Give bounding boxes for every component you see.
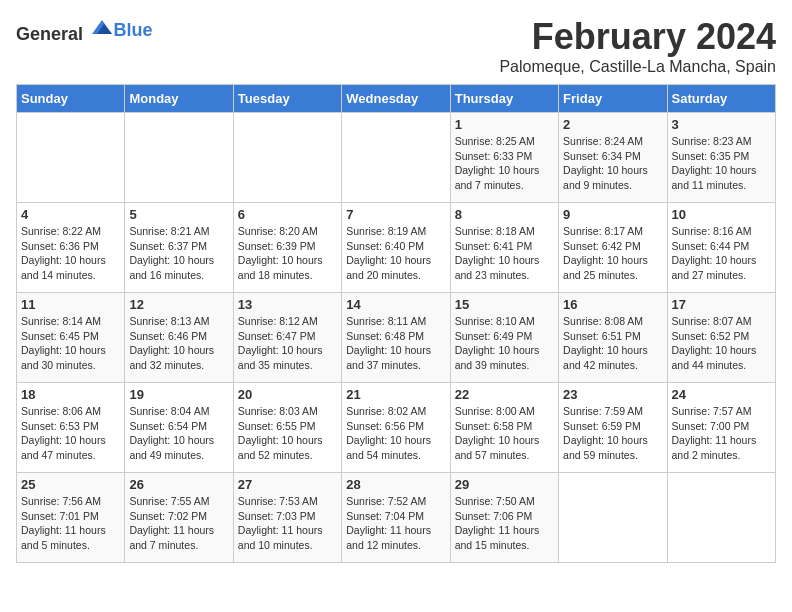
day-number: 22 [455, 387, 554, 402]
weekday-header-thursday: Thursday [450, 85, 558, 113]
week-row-1: 4Sunrise: 8:22 AM Sunset: 6:36 PM Daylig… [17, 203, 776, 293]
day-cell: 19Sunrise: 8:04 AM Sunset: 6:54 PM Dayli… [125, 383, 233, 473]
day-cell: 17Sunrise: 8:07 AM Sunset: 6:52 PM Dayli… [667, 293, 775, 383]
header: General Blue February 2024 Palomeque, Ca… [16, 16, 776, 76]
day-cell: 21Sunrise: 8:02 AM Sunset: 6:56 PM Dayli… [342, 383, 450, 473]
day-info: Sunrise: 8:02 AM Sunset: 6:56 PM Dayligh… [346, 404, 445, 463]
day-number: 21 [346, 387, 445, 402]
location-title: Palomeque, Castille-La Mancha, Spain [499, 58, 776, 76]
day-cell: 18Sunrise: 8:06 AM Sunset: 6:53 PM Dayli… [17, 383, 125, 473]
weekday-header-tuesday: Tuesday [233, 85, 341, 113]
day-info: Sunrise: 7:52 AM Sunset: 7:04 PM Dayligh… [346, 494, 445, 553]
day-cell: 9Sunrise: 8:17 AM Sunset: 6:42 PM Daylig… [559, 203, 667, 293]
day-info: Sunrise: 8:19 AM Sunset: 6:40 PM Dayligh… [346, 224, 445, 283]
day-info: Sunrise: 8:10 AM Sunset: 6:49 PM Dayligh… [455, 314, 554, 373]
day-cell: 4Sunrise: 8:22 AM Sunset: 6:36 PM Daylig… [17, 203, 125, 293]
day-cell: 29Sunrise: 7:50 AM Sunset: 7:06 PM Dayli… [450, 473, 558, 563]
weekday-header-saturday: Saturday [667, 85, 775, 113]
day-info: Sunrise: 7:57 AM Sunset: 7:00 PM Dayligh… [672, 404, 771, 463]
day-cell: 16Sunrise: 8:08 AM Sunset: 6:51 PM Dayli… [559, 293, 667, 383]
logo-icon [90, 16, 114, 40]
day-cell: 6Sunrise: 8:20 AM Sunset: 6:39 PM Daylig… [233, 203, 341, 293]
day-number: 18 [21, 387, 120, 402]
day-cell: 7Sunrise: 8:19 AM Sunset: 6:40 PM Daylig… [342, 203, 450, 293]
day-cell: 15Sunrise: 8:10 AM Sunset: 6:49 PM Dayli… [450, 293, 558, 383]
day-number: 5 [129, 207, 228, 222]
day-cell: 12Sunrise: 8:13 AM Sunset: 6:46 PM Dayli… [125, 293, 233, 383]
day-info: Sunrise: 8:04 AM Sunset: 6:54 PM Dayligh… [129, 404, 228, 463]
day-number: 29 [455, 477, 554, 492]
day-info: Sunrise: 8:00 AM Sunset: 6:58 PM Dayligh… [455, 404, 554, 463]
day-number: 4 [21, 207, 120, 222]
day-cell: 24Sunrise: 7:57 AM Sunset: 7:00 PM Dayli… [667, 383, 775, 473]
logo-general: General [16, 24, 83, 44]
day-number: 8 [455, 207, 554, 222]
day-info: Sunrise: 8:20 AM Sunset: 6:39 PM Dayligh… [238, 224, 337, 283]
day-info: Sunrise: 8:11 AM Sunset: 6:48 PM Dayligh… [346, 314, 445, 373]
day-info: Sunrise: 7:50 AM Sunset: 7:06 PM Dayligh… [455, 494, 554, 553]
day-info: Sunrise: 8:24 AM Sunset: 6:34 PM Dayligh… [563, 134, 662, 193]
day-number: 9 [563, 207, 662, 222]
day-info: Sunrise: 8:22 AM Sunset: 6:36 PM Dayligh… [21, 224, 120, 283]
day-number: 3 [672, 117, 771, 132]
weekday-header-wednesday: Wednesday [342, 85, 450, 113]
weekday-header-friday: Friday [559, 85, 667, 113]
calendar-table: SundayMondayTuesdayWednesdayThursdayFrid… [16, 84, 776, 563]
day-cell: 1Sunrise: 8:25 AM Sunset: 6:33 PM Daylig… [450, 113, 558, 203]
day-number: 7 [346, 207, 445, 222]
day-info: Sunrise: 7:56 AM Sunset: 7:01 PM Dayligh… [21, 494, 120, 553]
day-number: 10 [672, 207, 771, 222]
day-cell [559, 473, 667, 563]
logo-blue: Blue [114, 20, 153, 40]
day-info: Sunrise: 7:59 AM Sunset: 6:59 PM Dayligh… [563, 404, 662, 463]
day-cell: 22Sunrise: 8:00 AM Sunset: 6:58 PM Dayli… [450, 383, 558, 473]
day-cell: 26Sunrise: 7:55 AM Sunset: 7:02 PM Dayli… [125, 473, 233, 563]
day-number: 2 [563, 117, 662, 132]
day-info: Sunrise: 8:08 AM Sunset: 6:51 PM Dayligh… [563, 314, 662, 373]
day-number: 23 [563, 387, 662, 402]
day-number: 11 [21, 297, 120, 312]
day-cell: 27Sunrise: 7:53 AM Sunset: 7:03 PM Dayli… [233, 473, 341, 563]
day-info: Sunrise: 8:06 AM Sunset: 6:53 PM Dayligh… [21, 404, 120, 463]
day-info: Sunrise: 8:21 AM Sunset: 6:37 PM Dayligh… [129, 224, 228, 283]
day-cell: 23Sunrise: 7:59 AM Sunset: 6:59 PM Dayli… [559, 383, 667, 473]
day-cell [125, 113, 233, 203]
day-cell: 3Sunrise: 8:23 AM Sunset: 6:35 PM Daylig… [667, 113, 775, 203]
week-row-0: 1Sunrise: 8:25 AM Sunset: 6:33 PM Daylig… [17, 113, 776, 203]
day-cell [342, 113, 450, 203]
day-info: Sunrise: 8:17 AM Sunset: 6:42 PM Dayligh… [563, 224, 662, 283]
day-number: 13 [238, 297, 337, 312]
day-info: Sunrise: 8:23 AM Sunset: 6:35 PM Dayligh… [672, 134, 771, 193]
day-info: Sunrise: 8:13 AM Sunset: 6:46 PM Dayligh… [129, 314, 228, 373]
day-number: 26 [129, 477, 228, 492]
day-number: 25 [21, 477, 120, 492]
day-info: Sunrise: 8:03 AM Sunset: 6:55 PM Dayligh… [238, 404, 337, 463]
day-number: 6 [238, 207, 337, 222]
day-cell: 2Sunrise: 8:24 AM Sunset: 6:34 PM Daylig… [559, 113, 667, 203]
day-cell: 5Sunrise: 8:21 AM Sunset: 6:37 PM Daylig… [125, 203, 233, 293]
day-number: 12 [129, 297, 228, 312]
day-info: Sunrise: 7:55 AM Sunset: 7:02 PM Dayligh… [129, 494, 228, 553]
weekday-header-row: SundayMondayTuesdayWednesdayThursdayFrid… [17, 85, 776, 113]
day-info: Sunrise: 8:12 AM Sunset: 6:47 PM Dayligh… [238, 314, 337, 373]
day-number: 14 [346, 297, 445, 312]
day-cell: 11Sunrise: 8:14 AM Sunset: 6:45 PM Dayli… [17, 293, 125, 383]
day-cell: 14Sunrise: 8:11 AM Sunset: 6:48 PM Dayli… [342, 293, 450, 383]
day-info: Sunrise: 8:07 AM Sunset: 6:52 PM Dayligh… [672, 314, 771, 373]
day-cell: 13Sunrise: 8:12 AM Sunset: 6:47 PM Dayli… [233, 293, 341, 383]
day-cell: 8Sunrise: 8:18 AM Sunset: 6:41 PM Daylig… [450, 203, 558, 293]
week-row-2: 11Sunrise: 8:14 AM Sunset: 6:45 PM Dayli… [17, 293, 776, 383]
day-number: 27 [238, 477, 337, 492]
month-title: February 2024 [499, 16, 776, 58]
day-cell [233, 113, 341, 203]
day-number: 20 [238, 387, 337, 402]
week-row-3: 18Sunrise: 8:06 AM Sunset: 6:53 PM Dayli… [17, 383, 776, 473]
weekday-header-sunday: Sunday [17, 85, 125, 113]
day-number: 16 [563, 297, 662, 312]
day-cell: 28Sunrise: 7:52 AM Sunset: 7:04 PM Dayli… [342, 473, 450, 563]
day-cell: 10Sunrise: 8:16 AM Sunset: 6:44 PM Dayli… [667, 203, 775, 293]
day-info: Sunrise: 8:14 AM Sunset: 6:45 PM Dayligh… [21, 314, 120, 373]
logo: General Blue [16, 16, 153, 45]
title-area: February 2024 Palomeque, Castille-La Man… [499, 16, 776, 76]
week-row-4: 25Sunrise: 7:56 AM Sunset: 7:01 PM Dayli… [17, 473, 776, 563]
